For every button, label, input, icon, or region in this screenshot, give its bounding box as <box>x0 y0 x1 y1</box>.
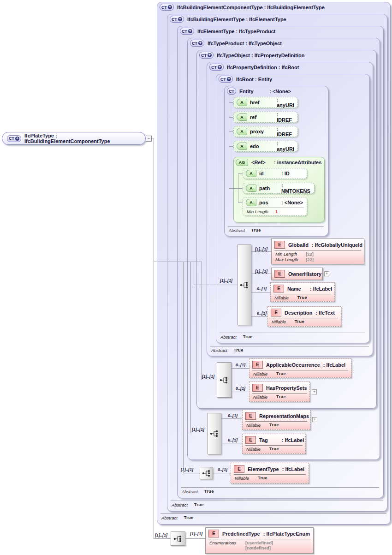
element-badge: E <box>245 412 256 420</box>
cardinality-label: [1]..[1] <box>190 531 202 536</box>
collapse-handle[interactable]: − <box>146 136 152 142</box>
abstract-annotation: AbstractTrue <box>182 489 214 494</box>
root-type-node[interactable]: CT+ IfcPlateType : IfcBuildingElementCom… <box>2 132 146 145</box>
sequence-icon <box>210 430 219 437</box>
expand-icon[interactable]: + <box>312 389 317 394</box>
facet-minlength: Min Length 1 <box>243 209 307 214</box>
cardinality-label: 0..[1] <box>228 438 238 442</box>
element-globalid[interactable]: E GlobalId: IfcGloballyUniqueId Min Leng… <box>271 239 364 264</box>
sequence-compositor <box>208 413 221 454</box>
complextype-badge: CT+ <box>180 28 194 35</box>
plus-icon: + <box>227 77 231 81</box>
type-header: CT+ IfcPropertyDefinition : IfcRoot <box>209 64 299 71</box>
attribute-edo[interactable]: A edo: anyURI <box>233 141 298 152</box>
type-title: IfcBuildingElementComponentType : IfcBui… <box>177 5 325 10</box>
cardinality-label: [1]..[1] <box>255 269 267 274</box>
type-header: CT+ IfcBuildingElementComponentType : If… <box>160 4 325 11</box>
type-title: IfcBuildingElementType : IfcElementType <box>187 17 286 22</box>
cardinality-label: 0..[1] <box>228 413 238 418</box>
sequence-icon <box>202 470 211 477</box>
type-title: IfcElementType : IfcTypeProduct <box>197 29 276 34</box>
sequence-icon <box>173 535 183 543</box>
attribute-proxy[interactable]: A proxy: IDREF <box>233 126 298 137</box>
attribute-badge: A <box>237 128 247 135</box>
element-representationmaps[interactable]: E RepresentationMaps Nillable True <box>242 410 310 430</box>
type-header: CT+ IfcBuildingElementType : IfcElementT… <box>170 16 286 23</box>
type-title: IfcRoot : Entity <box>236 77 272 82</box>
element-badge: E <box>273 285 284 292</box>
type-title: IfcTypeObject : IfcPropertyDefinition <box>217 53 305 58</box>
facet-nillable: Nillable True <box>231 475 309 481</box>
sequence-compositor <box>217 362 232 398</box>
sequence-icon <box>220 376 229 384</box>
cardinality-label: 0..[1] <box>236 363 245 367</box>
attribute-pos[interactable]: A pos: <None> Min Length 1 <box>243 197 307 216</box>
attribute-id[interactable]: A id: ID <box>243 168 307 179</box>
attribute-badge: A <box>246 170 256 177</box>
plus-icon: + <box>188 29 192 33</box>
element-elementtype[interactable]: E ElementType: IfcLabel Nillable True <box>231 463 309 483</box>
type-header: CT+ IfcTypeProduct : IfcTypeObject <box>190 40 282 47</box>
type-base: : <None> <box>269 89 291 94</box>
facet-nillable: Nillable True <box>243 446 305 452</box>
cardinality-label: [1]..[1] <box>220 278 232 283</box>
type-header: CT+ IfcElementType : IfcTypeProduct <box>180 28 276 35</box>
element-tag[interactable]: E Tag: IfcLabel Nillable True <box>242 434 306 454</box>
element-ownerhistory[interactable]: E OwnerHistory <box>271 268 323 280</box>
type-name: Entity <box>239 89 266 94</box>
element-name[interactable]: E Name: IfcLabel Nillable True <box>270 282 335 302</box>
element-badge: E <box>271 309 281 316</box>
facet-maxlength: Max Length [22] <box>272 257 364 262</box>
attribute-badge: A <box>246 185 256 192</box>
abstract-annotation: AbstractTrue <box>161 515 194 520</box>
sequence-compositor <box>171 531 185 546</box>
attribute-badge: A <box>237 113 247 121</box>
facet-enumerations: Enumerations [userdefined][notdefined] <box>206 540 313 550</box>
complextype-badge: CT+ <box>199 52 214 59</box>
element-badge: E <box>234 465 244 473</box>
complextype-badge: CT+ <box>219 76 233 83</box>
sequence-icon <box>240 281 249 289</box>
element-description[interactable]: E Description: IfcText Nillable True <box>267 306 341 327</box>
element-badge: E <box>274 270 285 278</box>
cardinality-label: 0..[1] <box>257 286 267 291</box>
attribute-badge: A <box>237 143 247 150</box>
complextype-badge: CT+ <box>170 16 184 23</box>
element-predefinedtype[interactable]: E PredefinedType: IfcPlateTypeEnum Enume… <box>205 527 314 554</box>
facet-nillable: Nillable True <box>268 319 341 324</box>
facet-minlength: Min Length [22] <box>272 251 364 257</box>
plus-icon: + <box>15 137 19 141</box>
plus-icon: + <box>218 65 222 69</box>
element-badge: E <box>274 241 285 249</box>
cardinality-label: [1]..[1] <box>155 533 167 537</box>
attribute-href[interactable]: A href: anyURI <box>233 97 298 108</box>
facet-nillable: Nillable True <box>243 422 310 428</box>
abstract-annotation: AbstractTrue <box>172 502 204 507</box>
attribute-ref[interactable]: A ref: IDREF <box>233 112 298 123</box>
type-title: IfcTypeProduct : IfcTypeObject <box>208 41 282 46</box>
element-haspropertysets[interactable]: E HasPropertySets Nillable True <box>249 382 310 402</box>
abstract-annotation: AbstractTrue <box>220 334 253 340</box>
complextype-badge: CT+ <box>190 40 204 47</box>
facet-nillable: Nillable True <box>249 394 309 400</box>
plus-icon: + <box>198 41 202 45</box>
element-badge: E <box>245 436 256 444</box>
abstract-annotation: AbstractTrue <box>229 228 261 233</box>
plus-icon: + <box>208 53 212 57</box>
expand-icon[interactable]: + <box>312 417 317 422</box>
element-badge: E <box>252 361 263 369</box>
type-header: CT Entity : <None> <box>227 88 291 95</box>
attribute-path[interactable]: A path: NMTOKENS <box>243 183 315 194</box>
cardinality-label: [1]..[1] <box>202 374 214 379</box>
plus-icon: + <box>178 17 182 21</box>
element-applicableoccurrence[interactable]: E ApplicableOccurrence: IfcLabel Nillabl… <box>249 358 351 378</box>
complextype-badge: CT+ <box>160 4 174 11</box>
attribute-badge: A <box>237 99 247 106</box>
cardinality-label: 0..[1] <box>257 311 267 316</box>
expand-icon[interactable]: + <box>324 271 329 276</box>
facet-nillable: Nillable True <box>271 295 334 300</box>
complextype-badge: CT+ <box>7 135 21 142</box>
type-title: IfcPropertyDefinition : IfcRoot <box>227 65 299 70</box>
type-header: CT+ IfcTypeObject : IfcPropertyDefinitio… <box>199 52 305 59</box>
root-type-title: IfcPlateType : IfcBuildingElementCompone… <box>24 133 141 144</box>
